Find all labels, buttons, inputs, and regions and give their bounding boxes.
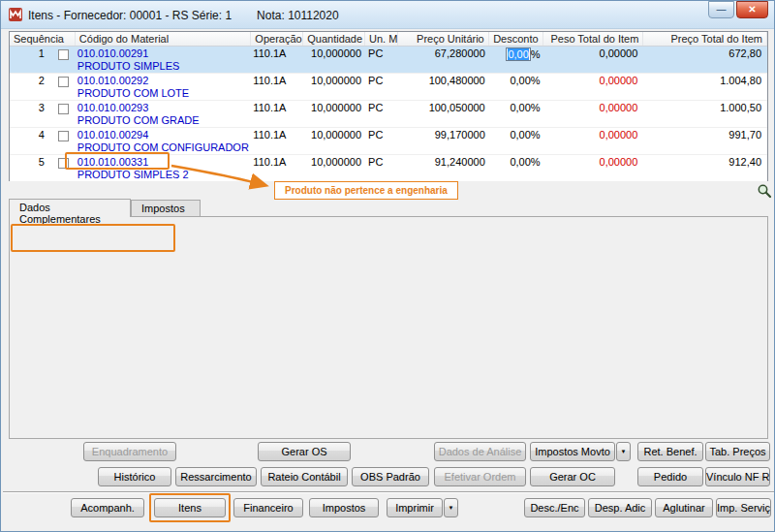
row-sequence: 3 — [10, 101, 54, 127]
cell-unmed: PC — [365, 155, 398, 181]
row-sequence: 1 — [10, 47, 54, 73]
cell-preco-unitario: 99,170000 — [398, 128, 489, 154]
cell-preco-total: 991,70 — [643, 128, 767, 154]
table-row[interactable]: 4 010.010.00294 PRODUTO COM CONFIGURADOR… — [10, 128, 767, 155]
material-description: PRODUTO COM GRADE — [78, 114, 252, 127]
col-unmed[interactable]: Un. Med. — [365, 32, 398, 46]
enquadramento-button: Enquadramento — [83, 442, 176, 461]
cell-preco-unitario: 67,280000 — [398, 47, 489, 73]
impostos-movto-dropdown-icon[interactable]: ▼ — [616, 442, 631, 461]
row-sequence: 5 — [10, 155, 54, 181]
row-sequence: 2 — [10, 74, 54, 100]
ret-benef-button[interactable]: Ret. Benef. — [637, 442, 703, 461]
table-row[interactable]: 1 010.010.00291 PRODUTO SIMPLES 110.1A 1… — [10, 47, 767, 74]
cell-preco-total: 1.004,80 — [643, 74, 767, 100]
material-code: 010.010.00291 — [78, 47, 252, 60]
cell-desconto: 0,00% — [489, 74, 543, 100]
acompanh-button[interactable]: Acompanh. — [71, 498, 144, 517]
material-code: 010.010.00293 — [78, 102, 252, 114]
material-code: 010.010.00292 — [78, 75, 252, 87]
table-row[interactable]: 5 010.010.00331 PRODUTO SIMPLES 2 110.1A… — [10, 155, 767, 182]
cell-peso-total: 0,00000 — [543, 74, 644, 100]
desc-enc-button[interactable]: Desc./Enc — [524, 498, 585, 517]
cell-operacao: 110.1A — [251, 101, 303, 127]
table-row[interactable]: 2 010.010.00292 PRODUTO COM LOTE 110.1A … — [10, 74, 767, 101]
cell-unmed: PC — [365, 47, 398, 73]
cell-preco-unitario: 100,050000 — [398, 101, 489, 127]
close-icon[interactable]: ✕ — [736, 1, 768, 18]
col-desconto[interactable]: Desconto — [489, 32, 543, 46]
titlebar: Itens - Fornecedor: 00001 - RS Série: 1N… — [1, 1, 774, 29]
historico-button[interactable]: Histórico — [98, 467, 171, 486]
cell-preco-unitario: 100,480000 — [398, 74, 489, 100]
cell-operacao: 110.1A — [251, 74, 303, 100]
cell-quantidade: 10,000000 — [303, 101, 365, 127]
col-operacao[interactable]: Operação — [251, 32, 303, 46]
cell-preco-total: 672,80 — [643, 47, 767, 73]
cell-peso-total: 0,00000 — [543, 101, 644, 127]
row-checkbox[interactable] — [58, 77, 69, 87]
itens-button[interactable]: Itens — [154, 498, 226, 517]
efetivar-ordem-button: Efetivar Ordem — [434, 467, 526, 486]
table-row[interactable]: 3 010.010.00293 PRODUTO COM GRADE 110.1A… — [10, 101, 767, 128]
ressarcimento-button[interactable]: Ressarcimento — [175, 467, 257, 486]
col-preco-unitario[interactable]: Preço Unitário — [398, 32, 489, 46]
financeiro-button[interactable]: Financeiro — [233, 498, 303, 517]
cell-peso-total: 0,00000 — [543, 155, 644, 181]
window-title: Itens - Fornecedor: 00001 - RS Série: 1N… — [28, 9, 339, 22]
cell-peso-total: 0,00000 — [543, 128, 644, 154]
row-checkbox[interactable] — [58, 158, 69, 169]
tab-impostos[interactable]: Impostos — [131, 200, 201, 217]
complementary-data-panel — [9, 216, 768, 439]
col-codigo[interactable]: Código do Material — [76, 32, 252, 46]
cell-unmed: PC — [365, 101, 398, 127]
col-peso-total[interactable]: Peso Total do Item — [543, 32, 644, 46]
cell-peso-total: 0,00000 — [543, 47, 644, 73]
col-preco-total[interactable]: Preço Total do Item — [643, 32, 767, 46]
rateio-contabil-button[interactable]: Rateio Contábil — [261, 467, 348, 486]
tab-precos-button[interactable]: Tab. Preços — [705, 442, 770, 461]
cell-desconto: 0,00% — [489, 155, 543, 181]
material-description: PRODUTO COM LOTE — [78, 87, 252, 100]
row-checkbox[interactable] — [58, 104, 69, 114]
cell-unmed: PC — [365, 128, 398, 154]
cell-desconto: 0,00% — [489, 128, 543, 154]
grid-header: Sequência Código do Material Operação Qu… — [10, 32, 767, 47]
col-quantidade[interactable]: Quantidade — [303, 32, 365, 46]
pedido-button[interactable]: Pedido — [637, 467, 703, 486]
obs-padrao-button[interactable]: OBS Padrão — [352, 467, 429, 486]
material-description: PRODUTO SIMPLES — [78, 60, 252, 73]
divider — [3, 491, 774, 493]
cell-preco-total: 1.000,50 — [643, 101, 767, 127]
cell-quantidade: 10,000000 — [303, 74, 365, 100]
cell-operacao: 110.1A — [251, 128, 303, 154]
cell-operacao: 110.1A — [251, 155, 303, 181]
app-icon — [8, 7, 23, 22]
minimize-icon[interactable]: — — [708, 1, 734, 18]
gerar-os-button[interactable]: Gerar OS — [258, 442, 351, 461]
cell-desconto: 0,00% — [489, 101, 543, 127]
imp-servico-button[interactable]: Imp. Serviço — [716, 498, 771, 517]
row-checkbox[interactable] — [58, 49, 69, 60]
imprimir-button[interactable]: Imprimir — [387, 498, 443, 517]
impostos-movto-button[interactable]: Impostos Movto — [530, 442, 615, 461]
material-code: 010.010.00294 — [78, 129, 252, 141]
tab-dados-complementares[interactable]: Dados Complementares — [9, 199, 131, 217]
magnifier-icon[interactable] — [757, 183, 772, 199]
material-description: PRODUTO SIMPLES 2 — [78, 169, 252, 181]
gerar-oc-button[interactable]: Gerar OC — [530, 467, 615, 486]
impostos-button[interactable]: Impostos — [309, 498, 379, 517]
col-sequencia[interactable]: Sequência — [10, 32, 76, 46]
cell-desconto[interactable]: 0,00% — [489, 47, 543, 73]
desp-adic-button[interactable]: Desp. Adic — [588, 498, 652, 517]
cell-preco-unitario: 91,240000 — [398, 155, 489, 181]
cell-quantidade: 10,000000 — [303, 155, 365, 181]
cell-unmed: PC — [365, 74, 398, 100]
imprimir-dropdown-icon[interactable]: ▼ — [444, 498, 458, 517]
items-grid: Sequência Código do Material Operação Qu… — [9, 31, 768, 181]
row-checkbox[interactable] — [58, 131, 69, 141]
vinculo-nf-button[interactable]: Vínculo NF Ref. — [705, 467, 770, 486]
cell-operacao: 110.1A — [251, 47, 303, 73]
aglutinar-button[interactable]: Aglutinar — [655, 498, 713, 517]
cell-quantidade: 10,000000 — [303, 128, 365, 154]
